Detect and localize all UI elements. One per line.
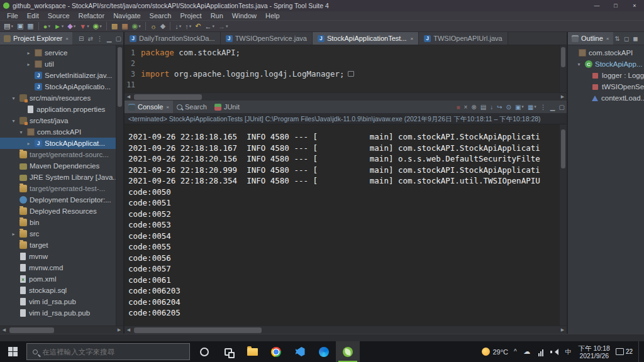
close-tab-icon[interactable]: × (411, 36, 414, 41)
hide-static-members-icon[interactable]: ◼ (631, 32, 640, 45)
external-tools-button[interactable]: ◉▾ (91, 21, 104, 31)
explorer-vertical-scrollbar[interactable] (116, 45, 123, 326)
menu-window[interactable]: Window (228, 12, 261, 19)
last-edit-location-button[interactable]: ↶ (193, 21, 203, 31)
file-explorer-button[interactable] (240, 341, 264, 362)
new-class-button[interactable]: ◉▾ (130, 21, 143, 31)
scrollbar-track[interactable] (133, 326, 558, 334)
menu-help[interactable]: Help (261, 12, 284, 19)
show-desktop-button[interactable] (638, 341, 641, 362)
scrollbar-thumb[interactable] (561, 129, 565, 168)
console-vertical-scrollbar[interactable] (559, 124, 567, 326)
tree-item-stockapiapplicat[interactable]: ▸StockApiApplicat... (0, 138, 116, 149)
tree-item-mvnw[interactable]: mvnw (0, 251, 116, 262)
chrome-button[interactable] (264, 341, 288, 362)
hide-fields-icon[interactable]: ◻ (622, 32, 631, 45)
tree-item-vim-id-rsa-pub[interactable]: vim id_rsa.pub (0, 296, 116, 307)
outline-item-contextload[interactable]: contextLoad... (568, 92, 644, 104)
scrollbar-thumb[interactable] (561, 47, 565, 67)
tree-item-service[interactable]: ▸service (0, 47, 116, 58)
menu-refactor[interactable]: Refactor (74, 12, 109, 19)
view-menu-icon[interactable]: ⋮ (95, 32, 105, 45)
forward-button[interactable]: →▾ (216, 21, 230, 31)
scrollbar-thumb[interactable] (134, 327, 262, 333)
menu-search[interactable]: Search (145, 12, 176, 19)
outline-item-stockapiapp[interactable]: ▾StockApiApp... (568, 58, 644, 70)
editor-tab-twsiopenservice-java[interactable]: TWSIOpenService.java (221, 32, 313, 45)
edge-button[interactable] (312, 341, 336, 362)
save-all-button[interactable]: ▦ (25, 21, 35, 31)
menu-file[interactable]: File (3, 12, 23, 19)
editor-vertical-scrollbar[interactable] (559, 45, 567, 92)
search-button[interactable]: ☼ (148, 21, 158, 31)
view-tab-outline[interactable]: Outline× (568, 32, 613, 45)
folded-region-indicator[interactable] (348, 71, 354, 77)
weather-indicator[interactable]: 29°C (482, 348, 508, 356)
console-output[interactable]: 2021-09-26 22:18:18.165 INFO 4580 --- [ … (125, 124, 559, 326)
run-button[interactable]: ►▾ (52, 21, 65, 31)
code-editor[interactable]: 1package com.stockAPI;23import org.apach… (125, 45, 567, 92)
console-horizontal-scrollbar[interactable]: ◀ ▶ (125, 326, 567, 334)
close-view-icon[interactable]: × (65, 36, 69, 41)
save-button[interactable]: ▣ (15, 21, 25, 31)
chevron-expanded-icon[interactable]: ▾ (575, 62, 582, 67)
task-view-button[interactable] (216, 341, 240, 362)
maximize-view-icon[interactable]: ▢ (114, 32, 123, 45)
profile-button[interactable]: ◆▾ (65, 21, 77, 31)
explorer-horizontal-scrollbar[interactable]: ◀ ▶ (0, 326, 123, 334)
chevron-expanded-icon[interactable]: ▾ (10, 96, 17, 101)
tray-expand-button[interactable]: ^ (514, 348, 517, 355)
chevron-expanded-icon[interactable]: ▾ (10, 118, 17, 124)
tree-item-src-main-resources[interactable]: ▾src/main/resources (0, 92, 116, 104)
tree-item-mvnw-cmd[interactable]: mvnw.cmd (0, 262, 116, 273)
search-input[interactable] (42, 348, 171, 356)
collapse-all-icon[interactable]: ⊟ (77, 32, 86, 45)
editor-horizontal-scrollbar[interactable]: ◀ ▶ (125, 92, 567, 101)
close-button[interactable]: × (625, 0, 644, 11)
editor-tab-dailytranctionstockda[interactable]: DailyTranctionStockDa... (125, 32, 221, 45)
tree-item-target-generated-sourc[interactable]: target/generated-sourc... (0, 149, 116, 160)
pin-console-icon[interactable]: ⊙ (504, 101, 513, 113)
editor-tab-stockapiapplicationtest[interactable]: StockApiApplicationTest...× (313, 32, 419, 45)
outline-item-twsiopense[interactable]: tWSIOpenSe... (568, 81, 644, 92)
scrollbar-thumb[interactable] (9, 327, 54, 333)
sort-icon[interactable]: ⇅ (613, 32, 622, 45)
titlebar[interactable]: github_workspace - StockAPI/src/test/jav… (0, 0, 644, 11)
display-selected-console-icon[interactable]: ▣▾ (513, 101, 526, 113)
scroll-right-button[interactable]: ▶ (558, 94, 567, 99)
tree-item-util[interactable]: ▸util (0, 58, 116, 70)
clock[interactable]: 下午 10:18 2021/9/26 (579, 344, 610, 359)
view-menu-icon[interactable]: ⋮ (640, 32, 644, 45)
minimize-view-icon[interactable]: ▁ (548, 101, 557, 113)
tree-item-src-test-java[interactable]: ▾src/test/java (0, 115, 116, 126)
outline-tree[interactable]: com.stockAPI▾StockApiApp...logger : Logg… (568, 45, 644, 334)
minimize-view-icon[interactable]: ▁ (105, 32, 114, 45)
outline-item-logger-logg[interactable]: logger : Logg... (568, 70, 644, 81)
onedrive-icon[interactable] (523, 348, 531, 356)
project-tree[interactable]: ▸service▸utilServletInitializer.jav...St… (0, 45, 116, 326)
view-menu-icon[interactable]: ⋮ (538, 101, 548, 113)
clear-console-icon[interactable]: ▤ (479, 101, 488, 113)
chevron-expanded-icon[interactable]: ▾ (18, 129, 25, 135)
action-center-button[interactable]: 22 (616, 348, 633, 355)
tree-item-stockapi-sql[interactable]: stockapi.sql (0, 285, 116, 296)
tree-item-target-generated-test[interactable]: target/generated-test-... (0, 183, 116, 194)
menu-source[interactable]: Source (43, 12, 74, 19)
maximize-view-icon[interactable]: ▢ (557, 101, 567, 113)
mark-occurrences-button[interactable]: ◆ (158, 21, 167, 31)
link-with-editor-icon[interactable]: ⇄ (86, 32, 94, 45)
back-button[interactable]: ←▾ (203, 21, 217, 31)
tree-item-vim-id-rsa-pub-pub[interactable]: vim id_rsa.pub.pub (0, 307, 116, 319)
menu-edit[interactable]: Edit (23, 12, 43, 19)
scroll-left-button[interactable]: ◀ (125, 327, 133, 332)
chevron-collapsed-icon[interactable]: ▸ (25, 62, 32, 67)
view-tab-search[interactable]: Search (173, 101, 211, 113)
coverage-button[interactable]: ▼▾ (77, 21, 91, 31)
remove-all-launches-icon[interactable]: ⊗ (469, 101, 478, 113)
ime-indicator[interactable]: 中 (564, 348, 573, 356)
scrollbar-track[interactable] (8, 326, 115, 334)
chevron-collapsed-icon[interactable]: ▸ (10, 231, 17, 237)
menu-run[interactable]: Run (206, 12, 228, 19)
menu-navigate[interactable]: Navigate (109, 12, 145, 19)
tree-item-target[interactable]: target (0, 239, 116, 251)
